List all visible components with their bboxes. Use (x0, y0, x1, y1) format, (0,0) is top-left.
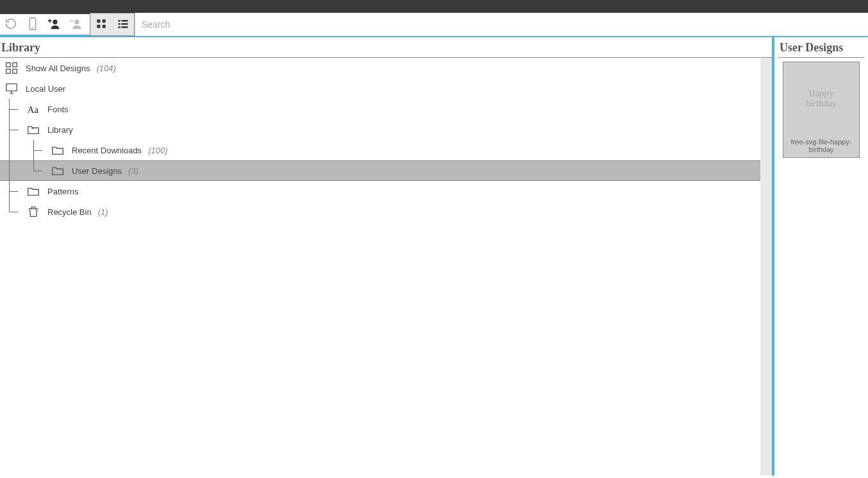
mobile-icon (26, 17, 40, 33)
svg-rect-4 (97, 19, 100, 22)
tree-label: Local User (26, 84, 65, 94)
tree-count: (100) (148, 146, 167, 155)
remove-user-button[interactable] (65, 13, 87, 36)
main-split: Library Show All Designs (104) Local Use… (0, 37, 868, 475)
svg-point-2 (53, 19, 57, 24)
thumbnail-caption: free-svg-file-happy-birthday (783, 136, 859, 157)
svg-rect-9 (122, 20, 128, 22)
tree-label: Fonts (47, 105, 69, 114)
tree-count: (3) (128, 166, 138, 176)
tree-count: (1) (98, 207, 108, 217)
app-titlebar (0, 0, 868, 14)
tree-user-designs[interactable]: User Designs (3) (0, 160, 772, 181)
tree-label: Recycle Bin (47, 207, 92, 217)
tree-label: Recent Downloads (72, 146, 142, 155)
remove-user-icon (69, 17, 83, 33)
svg-rect-14 (6, 63, 10, 67)
tree-label: Library (47, 125, 73, 135)
tree-library-folder[interactable]: Library (0, 119, 772, 140)
folder-open-icon (24, 123, 42, 137)
show-all-icon (3, 61, 21, 75)
search-container (135, 13, 868, 36)
svg-rect-6 (97, 24, 100, 28)
svg-rect-11 (122, 23, 128, 25)
library-panel: Library Show All Designs (104) Local Use… (0, 37, 774, 475)
folder-icon (49, 143, 67, 157)
designs-title: User Designs (778, 37, 864, 58)
tree-label: User Designs (72, 166, 122, 176)
font-icon: Aa (24, 102, 42, 116)
grid-icon (95, 17, 108, 32)
tree-count: (104) (96, 64, 115, 73)
designs-panel: User Designs Happy birthday free-svg-fil… (772, 37, 868, 475)
search-input[interactable] (135, 13, 868, 36)
svg-point-1 (32, 27, 33, 28)
device-button[interactable] (22, 13, 44, 36)
scrollbar[interactable] (760, 58, 772, 475)
svg-rect-5 (103, 19, 106, 22)
tree-local-user[interactable]: Local User (0, 78, 772, 99)
grid-view-button[interactable] (90, 13, 112, 35)
library-tree: Show All Designs (104) Local User Aa Fon… (0, 58, 772, 475)
tree-show-all[interactable]: Show All Designs (104) (0, 58, 772, 78)
refresh-icon (4, 17, 18, 33)
trash-icon (24, 205, 42, 219)
refresh-button[interactable] (0, 13, 22, 36)
tree-recycle-bin[interactable]: Recycle Bin (1) (0, 201, 772, 222)
svg-rect-10 (119, 23, 121, 25)
svg-rect-12 (119, 26, 121, 28)
svg-text:Aa: Aa (28, 105, 39, 115)
computer-icon (3, 81, 21, 96)
list-icon (117, 17, 129, 32)
svg-rect-17 (13, 69, 17, 73)
svg-rect-13 (122, 26, 128, 28)
svg-rect-16 (6, 69, 10, 73)
add-user-button[interactable] (44, 13, 65, 36)
svg-rect-8 (119, 20, 121, 22)
folder-icon (49, 164, 67, 178)
tree-label: Show All Designs (26, 64, 90, 73)
toolbar (0, 14, 868, 37)
svg-rect-15 (13, 63, 17, 67)
library-title: Library (0, 37, 772, 58)
svg-point-3 (74, 19, 79, 24)
svg-rect-7 (103, 24, 106, 28)
view-toggle (90, 13, 135, 36)
tree-recent-downloads[interactable]: Recent Downloads (100) (0, 140, 772, 160)
folder-icon (24, 184, 42, 198)
tree-patterns[interactable]: Patterns (0, 181, 772, 201)
svg-text:Happy: Happy (809, 88, 834, 98)
tree-fonts[interactable]: Aa Fonts (0, 99, 772, 119)
add-user-icon (47, 17, 62, 33)
svg-text:birthday: birthday (806, 98, 837, 108)
design-thumbnail[interactable]: Happy birthday free-svg-file-happy-birth… (783, 62, 860, 158)
tree-label: Patterns (47, 187, 78, 196)
svg-rect-18 (6, 84, 17, 91)
thumbnail-preview: Happy birthday (783, 62, 859, 136)
list-view-button[interactable] (112, 13, 134, 35)
